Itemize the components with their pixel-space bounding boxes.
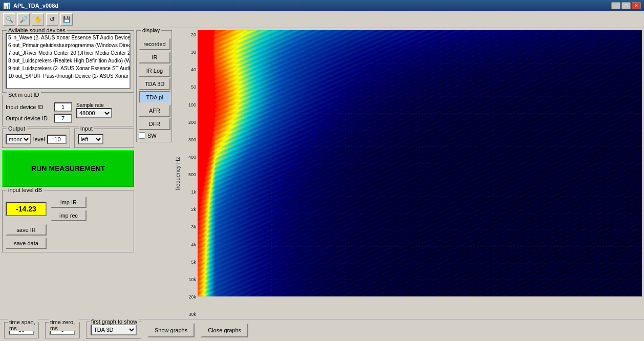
level-label: level [33, 136, 45, 142]
content-area: Avilable sound devices 5 in_Wave (2- ASU… [0, 28, 644, 319]
frequency-axis-label: frequency Hz [175, 157, 181, 190]
input-device-row: Input device ID [6, 102, 72, 112]
display-afr-button[interactable]: AFR [139, 104, 170, 117]
output-level-field[interactable] [47, 135, 67, 144]
run-measurement-button[interactable]: RUN MEASUREMENT [2, 150, 134, 187]
y-label: 200 [181, 120, 198, 125]
save-button[interactable]: 💾 [60, 13, 73, 26]
device-item[interactable]: 5 in_Wave (2- ASUS Xonar Essence ST Audi… [7, 34, 130, 41]
y-label: 100 [181, 102, 198, 108]
first-graph-select[interactable]: TDA 3D TDA pl IR IR Log AFR DFR [91, 324, 137, 335]
display-group: display recorded IR IR Log TDA 3D TDA pl… [136, 30, 172, 142]
close-graphs-button[interactable]: Close graphs [201, 323, 248, 337]
output-group: Output mono stereo level [2, 129, 70, 148]
close-button[interactable]: ✕ [632, 2, 641, 9]
sound-devices-title: Avilable sound devices [7, 27, 67, 33]
input-label: Input [79, 125, 94, 132]
zoom-out-button[interactable]: 🔎 [17, 13, 30, 26]
y-label: 30k [181, 312, 198, 317]
y-label: 10k [181, 277, 198, 282]
sample-rate-select[interactable]: 48000 44100 96000 192000 [76, 108, 112, 118]
chart-area: frequency Hz 20 30 40 50 100 200 300 400… [174, 30, 642, 317]
y-label: 300 [181, 137, 198, 142]
display-recorded-button[interactable]: recorded [139, 38, 170, 50]
output-device-id-field[interactable] [54, 114, 72, 123]
device-item[interactable]: 9 out_Luidsprekers (2- ASUS Xonar Essenc… [7, 65, 130, 72]
save-ir-button[interactable]: save IR [6, 224, 47, 236]
y-label: 30 [181, 50, 198, 55]
frequency-label-container: frequency Hz [174, 30, 181, 317]
input-level-display: -14.23 [6, 202, 47, 216]
minimize-button[interactable]: _ [611, 2, 620, 9]
y-label: 500 [181, 172, 198, 177]
sw-checkbox[interactable] [139, 132, 145, 139]
window-title: 📊 APL_TDA_v008d [3, 3, 58, 9]
reset-button[interactable]: ↺ [46, 13, 58, 26]
output-type-select[interactable]: mono stereo [6, 134, 31, 144]
device-item[interactable]: 10 out_S/PDIF Pass-through Device (2- AS… [7, 72, 130, 80]
y-label: 4k [181, 242, 198, 247]
device-item[interactable]: 8 out_Luidsprekers (Realtek High Definit… [7, 57, 130, 65]
y-axis-labels: 20 30 40 50 100 200 300 400 500 1k 2k 3k… [181, 30, 198, 317]
display-dfr-button[interactable]: DFR [139, 118, 170, 130]
zoom-in-button[interactable]: 🔍 [3, 13, 15, 26]
y-label: 2k [181, 207, 198, 212]
bottom-controls: time span, ms time zero, ms first graph … [0, 319, 644, 341]
imp-ir-button[interactable]: imp IR [51, 197, 87, 208]
chart-main: 0 5 10 15 20 25 time ms [198, 30, 642, 317]
display-irlog-button[interactable]: IR Log [139, 65, 170, 77]
spectrogram-canvas[interactable] [198, 30, 642, 296]
display-ir-button[interactable]: IR [139, 51, 170, 63]
input-channel-select[interactable]: left right [78, 134, 103, 144]
display-panel: display recorded IR IR Log TDA 3D TDA pl… [136, 30, 172, 317]
save-data-button[interactable]: save data [6, 238, 47, 249]
time-span-group: time span, ms [4, 322, 39, 338]
output-device-label: Output device ID [6, 115, 52, 121]
pan-button[interactable]: ✋ [32, 13, 44, 26]
display-tdapl-button[interactable]: TDA pl [139, 91, 170, 103]
input-group: Input left right [74, 129, 134, 148]
input-device-id-field[interactable] [54, 102, 72, 112]
left-panel: Avilable sound devices 5 in_Wave (2- ASU… [2, 30, 134, 317]
y-label: 20k [181, 294, 198, 300]
toolbar: 🔍 🔎 ✋ ↺ 💾 [0, 11, 644, 28]
device-item[interactable]: 6 out_Primair geluidsstuurprogramma (Win… [7, 41, 130, 49]
sw-label: SW [147, 133, 157, 139]
y-label: 5k [181, 260, 198, 265]
input-level-group: input level dB -14.23 imp IR imp rec sav… [2, 190, 134, 252]
window-controls: _ □ ✕ [611, 2, 641, 9]
device-list[interactable]: 5 in_Wave (2- ASUS Xonar Essence ST Audi… [6, 33, 131, 89]
input-level-title: input level dB [7, 187, 44, 193]
display-label: display [141, 27, 161, 33]
set-in-out-group: Set in out ID Input device ID Output dev… [2, 95, 134, 126]
y-label: 3k [181, 224, 198, 229]
show-graphs-button[interactable]: Show graphs [147, 323, 195, 337]
first-graph-group: first graph to show TDA 3D TDA pl IR IR … [86, 322, 141, 339]
time-span-label: time span, ms [8, 319, 38, 331]
first-graph-label: first graph to show [90, 318, 139, 325]
set-in-out-title: Set in out ID [7, 92, 41, 98]
y-label: 40 [181, 67, 198, 72]
output-input-row: Output mono stereo level Input le [2, 129, 134, 148]
main-content: Avilable sound devices 5 in_Wave (2- ASU… [0, 28, 644, 341]
app-icon: 📊 [3, 3, 10, 9]
time-zero-label: time zero, ms [49, 319, 79, 331]
y-label: 400 [181, 155, 198, 160]
input-device-label: Input device ID [6, 104, 52, 110]
output-label: Output [7, 125, 27, 132]
y-label: 50 [181, 84, 198, 90]
display-tda3d-button[interactable]: TDA 3D [139, 78, 170, 90]
maximize-button[interactable]: □ [621, 2, 631, 9]
time-zero-group: time zero, ms [45, 322, 80, 338]
device-item[interactable]: 7 out_JRiver Media Center 20 (JRiver Med… [7, 49, 130, 57]
sample-rate-label: Sample rate [76, 102, 112, 108]
output-device-row: Output device ID [6, 114, 72, 123]
imp-rec-button[interactable]: imp rec [51, 210, 87, 221]
titlebar: 📊 APL_TDA_v008d _ □ ✕ [0, 0, 644, 11]
y-label: 20 [181, 32, 198, 37]
sound-devices-group: Avilable sound devices 5 in_Wave (2- ASU… [2, 30, 134, 93]
y-label: 1k [181, 189, 198, 195]
sw-checkbox-row: SW [139, 132, 169, 139]
